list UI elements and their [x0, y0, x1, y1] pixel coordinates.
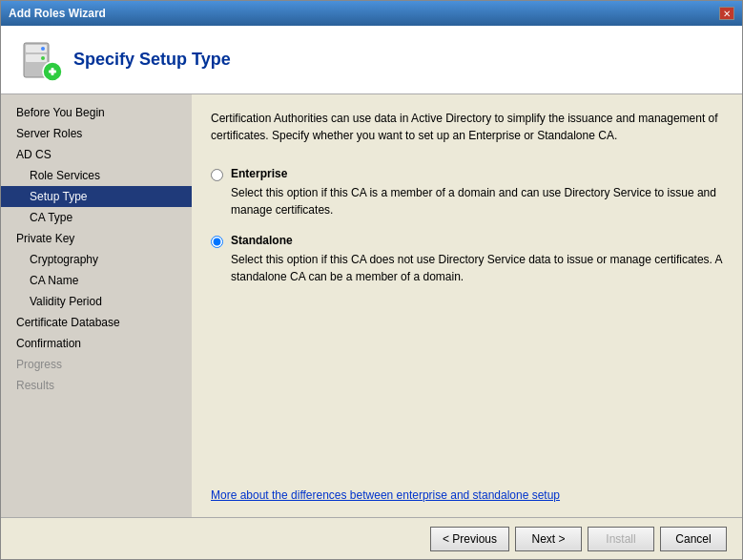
enterprise-label: Enterprise: [231, 167, 723, 180]
standalone-label: Standalone: [231, 234, 723, 247]
sidebar-item-private-key[interactable]: Private Key: [1, 228, 192, 249]
sidebar-item-ca-type[interactable]: CA Type: [1, 207, 192, 228]
sidebar: Before You BeginServer RolesAD CSRole Se…: [1, 94, 192, 517]
enterprise-option: Enterprise Select this option if this CA…: [211, 167, 723, 218]
standalone-option: Standalone Select this option if this CA…: [211, 234, 723, 285]
sidebar-item-ad-cs[interactable]: AD CS: [1, 144, 192, 165]
main-window: Add Roles Wizard ✕ Specify Setup Type: [0, 0, 743, 560]
options-group: Enterprise Select this option if this CA…: [211, 167, 723, 301]
svg-point-4: [41, 56, 45, 60]
main-content: Certification Authorities can use data i…: [192, 94, 742, 517]
svg-rect-7: [52, 68, 54, 75]
window-title: Add Roles Wizard: [9, 7, 106, 20]
content-area: Before You BeginServer RolesAD CSRole Se…: [1, 94, 742, 517]
sidebar-item-role-services[interactable]: Role Services: [1, 165, 192, 186]
sidebar-item-results: Results: [1, 375, 192, 396]
install-button[interactable]: Install: [588, 527, 654, 551]
sidebar-item-setup-type[interactable]: Setup Type: [1, 186, 192, 207]
standalone-radio[interactable]: [211, 236, 223, 248]
more-info-link[interactable]: More about the differences between enter…: [211, 488, 560, 502]
sidebar-item-confirmation[interactable]: Confirmation: [1, 333, 192, 354]
standalone-option-text: Standalone Select this option if this CA…: [231, 234, 723, 285]
sidebar-item-validity-period[interactable]: Validity Period: [1, 291, 192, 312]
close-button[interactable]: ✕: [719, 7, 734, 20]
header-icon: [16, 37, 62, 83]
sidebar-item-before-you-begin[interactable]: Before You Begin: [1, 102, 192, 123]
enterprise-option-text: Enterprise Select this option if this CA…: [231, 167, 723, 218]
sidebar-item-progress: Progress: [1, 354, 192, 375]
page-title: Specify Setup Type: [73, 50, 231, 70]
title-bar: Add Roles Wizard ✕: [1, 1, 742, 26]
header: Specify Setup Type: [1, 26, 742, 94]
svg-point-3: [41, 47, 45, 51]
description-text: Certification Authorities can use data i…: [211, 110, 723, 144]
standalone-desc: Select this option if this CA does not u…: [231, 251, 723, 285]
cancel-button[interactable]: Cancel: [660, 527, 727, 551]
sidebar-item-ca-name[interactable]: CA Name: [1, 270, 192, 291]
next-button[interactable]: Next >: [515, 527, 582, 551]
sidebar-item-cryptography[interactable]: Cryptography: [1, 249, 192, 270]
previous-button[interactable]: < Previous: [430, 527, 509, 551]
footer: < Previous Next > Install Cancel: [1, 517, 742, 559]
sidebar-item-server-roles[interactable]: Server Roles: [1, 123, 192, 144]
sidebar-item-certificate-database[interactable]: Certificate Database: [1, 312, 192, 333]
enterprise-radio[interactable]: [211, 169, 223, 181]
enterprise-desc: Select this option if this CA is a membe…: [231, 184, 723, 218]
link-area: More about the differences between enter…: [211, 481, 723, 502]
